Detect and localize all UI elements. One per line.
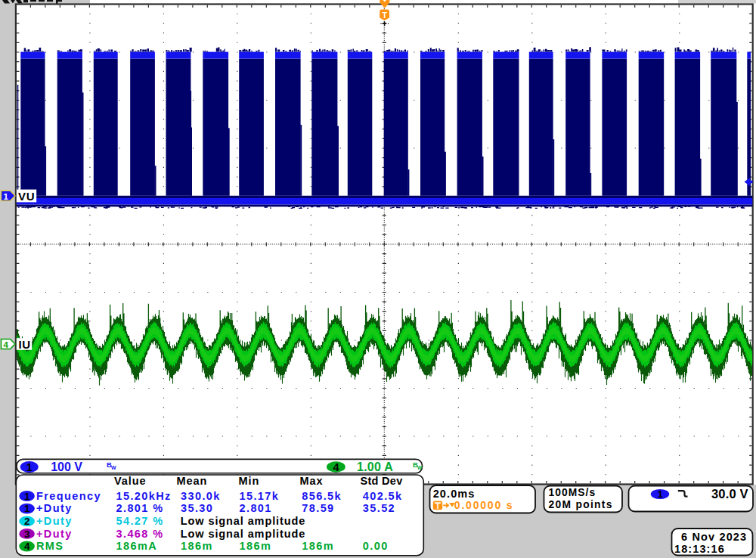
svg-text:Min: Min — [239, 475, 260, 487]
svg-text:VU: VU — [18, 190, 35, 203]
svg-text:35.52: 35.52 — [363, 502, 395, 514]
svg-text:186m: 186m — [240, 540, 272, 552]
svg-text:4: 4 — [4, 340, 9, 349]
svg-text:856.5k: 856.5k — [302, 490, 342, 502]
svg-text:100 V: 100 V — [51, 460, 82, 473]
svg-text:3: 3 — [24, 529, 30, 540]
svg-text:186m: 186m — [181, 540, 213, 552]
svg-text:+Duty: +Duty — [36, 528, 73, 540]
svg-text:RMS: RMS — [36, 540, 64, 552]
svg-text:2: 2 — [24, 516, 30, 527]
svg-text:1: 1 — [26, 461, 33, 473]
svg-text:15.20kHz: 15.20kHz — [116, 490, 172, 502]
svg-text:Low signal amplitude: Low signal amplitude — [181, 515, 305, 527]
svg-text:4: 4 — [333, 461, 339, 473]
svg-text:78.59: 78.59 — [302, 502, 334, 514]
svg-text:2.801: 2.801 — [240, 502, 272, 514]
svg-text:54.27 %: 54.27 % — [116, 515, 164, 527]
svg-text:0.00: 0.00 — [363, 540, 389, 552]
svg-text:T: T — [382, 11, 387, 20]
svg-text:186mA: 186mA — [116, 540, 158, 552]
svg-text:1: 1 — [24, 491, 30, 502]
svg-text:18:13:16: 18:13:16 — [674, 543, 725, 555]
svg-text:2.801 %: 2.801 % — [116, 502, 164, 514]
svg-text:186m: 186m — [302, 540, 334, 552]
svg-text:W: W — [417, 465, 423, 470]
svg-text:3.468 %: 3.468 % — [116, 528, 164, 540]
svg-text:15.17k: 15.17k — [240, 490, 280, 502]
svg-text:20.0ms: 20.0ms — [433, 488, 476, 500]
svg-text:1: 1 — [24, 503, 30, 514]
svg-text:30.0 V: 30.0 V — [711, 487, 748, 501]
svg-text:6 Nov 2023: 6 Nov 2023 — [681, 531, 747, 543]
svg-text:+Duty: +Duty — [36, 515, 73, 527]
svg-text:T: T — [435, 502, 440, 510]
svg-text:W: W — [111, 465, 116, 470]
svg-text:Value: Value — [114, 475, 146, 487]
svg-text:IU: IU — [19, 338, 31, 351]
svg-text:Max: Max — [300, 475, 324, 487]
svg-text:1: 1 — [657, 488, 663, 500]
svg-text:+Duty: +Duty — [36, 502, 73, 514]
svg-text:4: 4 — [24, 541, 30, 552]
svg-text:35.30: 35.30 — [181, 502, 213, 514]
svg-text:330.0k: 330.0k — [181, 490, 221, 502]
svg-text:100MS/s: 100MS/s — [549, 487, 596, 498]
svg-text:Std Dev: Std Dev — [361, 475, 403, 487]
svg-text:1.00 A: 1.00 A — [357, 460, 393, 473]
svg-text:20M points: 20M points — [549, 499, 613, 510]
svg-text:Low signal amplitude: Low signal amplitude — [181, 528, 305, 540]
svg-text:Mean: Mean — [177, 475, 208, 487]
svg-text:402.5k: 402.5k — [363, 490, 403, 502]
svg-text:1: 1 — [4, 192, 9, 201]
svg-text:Frequency: Frequency — [36, 490, 101, 502]
svg-text:0.00000 s: 0.00000 s — [454, 499, 513, 511]
